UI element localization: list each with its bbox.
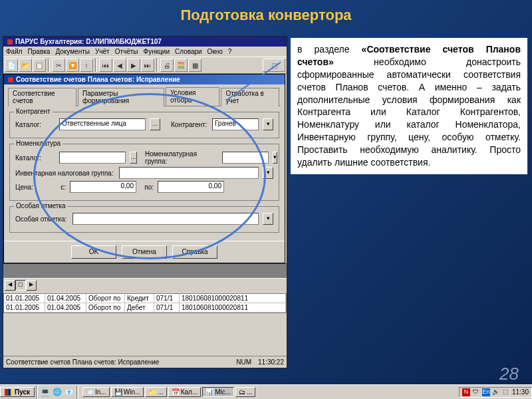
btn-inv-dd[interactable]: ▾ — [263, 167, 273, 179]
lbl-inv: Инвентарная налоговая группа: — [15, 170, 115, 177]
tb-prev-icon[interactable]: ◀ — [113, 59, 126, 72]
slide-title: Подготовка конвертора — [0, 0, 532, 28]
tb-sep-task — [36, 386, 38, 399]
tb-copy-icon[interactable]: 📋 — [33, 59, 46, 72]
tb-last-icon[interactable]: ⏭ — [141, 59, 154, 72]
tb-sep3 — [156, 59, 158, 72]
task-item[interactable]: 📁... — [145, 387, 166, 397]
tb-sep-task2 — [76, 386, 78, 399]
tab-correspondence[interactable]: Соответствие счетов — [8, 88, 76, 106]
task-item[interactable]: 🗂... — [235, 387, 255, 397]
field-katalog[interactable]: Ответственные лица — [59, 118, 146, 130]
windows-flag-icon — [5, 389, 13, 396]
scroll-right-icon[interactable]: ▶ — [26, 280, 37, 291]
tb-sep — [48, 59, 50, 72]
tb-next-icon[interactable]: ▶ — [127, 59, 140, 72]
dialog-icon — [8, 77, 13, 82]
lbl-to: по: — [140, 184, 154, 191]
lbl-kontragent: Контрагент: — [171, 121, 208, 128]
tray-icon[interactable]: 🛡 — [472, 388, 480, 396]
tb-filter-icon[interactable]: 🔽 — [66, 59, 79, 72]
tb-calc-icon[interactable]: 🧮 — [174, 59, 188, 72]
field-kontragent[interactable]: Грачев — [212, 118, 259, 130]
field-price-to[interactable]: 0,00 — [158, 181, 224, 193]
app-icon — [7, 39, 13, 45]
field-nkatalog[interactable] — [59, 152, 126, 164]
task-item[interactable]: 📊Mic... — [202, 387, 234, 397]
hscroll[interactable]: ◀ ▢ ▶ — [3, 278, 287, 292]
tray-lang-icon[interactable]: En — [482, 388, 490, 396]
menu-dictionaries[interactable]: Словари — [175, 48, 202, 55]
tb-cut-icon[interactable]: ✂ — [52, 59, 65, 72]
menu-functions[interactable]: Функции — [144, 48, 170, 55]
table-row: 01.01.2005 01.04.2005 Оборот по Кредит 0… — [4, 294, 286, 303]
group-mark: Особая отметка: ▾ — [9, 206, 279, 233]
tray-icon[interactable]: 🔊 — [492, 388, 500, 396]
lbl-mark: Особая отметка: — [15, 215, 68, 223]
table-row: 01.01.2005 01.04.2005 Оборот по Дебет 07… — [4, 303, 286, 313]
dialog-buttons: OK Отмена Справка — [4, 241, 285, 263]
task-item[interactable]: 💾Win... — [111, 387, 144, 397]
tray-icon[interactable]: N — [462, 388, 470, 396]
task-list: 📨In... 💾Win... 📁... 📅Кал... 📊Mic... 🗂... — [82, 387, 459, 397]
cancel-button[interactable]: Отмена — [122, 245, 167, 259]
app-title: ПАРУС Бухгалтерия: D:\ЛИПКИ\БЮДЖЕТ107 — [15, 38, 162, 45]
menu-edit[interactable]: Правка — [28, 48, 51, 55]
app-titlebar: ПАРУС Бухгалтерия: D:\ЛИПКИ\БЮДЖЕТ107 — [3, 37, 287, 47]
tb-sort-icon[interactable]: ↕ — [80, 59, 93, 72]
help-button[interactable]: Справка — [172, 245, 217, 259]
dialog-title: Соответствие счетов Плана счетов: Исправ… — [16, 76, 180, 83]
btn-kontragent-dd[interactable]: ▾ — [263, 118, 273, 130]
menu-account[interactable]: Учёт — [95, 48, 110, 55]
tb-first-icon[interactable]: ⏮ — [99, 59, 112, 72]
tab-params[interactable]: Параметры формирования — [78, 88, 164, 106]
menu-reports[interactable]: Отчёты — [115, 48, 138, 55]
quicklaunch-icon[interactable]: 💻 — [39, 388, 51, 396]
tray-clock[interactable]: 11:30 — [512, 388, 529, 396]
data-table[interactable]: 01.01.2005 01.04.2005 Оборот по Кредит 0… — [3, 293, 287, 313]
menu-documents[interactable]: Документы — [55, 48, 90, 55]
task-item[interactable]: 📨In... — [82, 387, 110, 397]
quicklaunch-icon[interactable]: 🌐 — [51, 388, 63, 396]
menu-window[interactable]: Окно — [207, 48, 223, 55]
tab-filter[interactable]: Условия отбора — [166, 87, 220, 106]
lbl-from: с: — [39, 184, 66, 191]
status-time: 11:30:22 — [258, 358, 284, 366]
menu-file[interactable]: Файл — [6, 48, 23, 55]
tb-open-icon[interactable]: 📂 — [19, 59, 32, 72]
explanation-box: в разделе «Соответствие счетов Планов сч… — [290, 37, 528, 175]
page-number: 28 — [499, 364, 519, 384]
tray-icon[interactable]: ⬚ — [502, 388, 510, 396]
taskbar[interactable]: Пуск 💻 🌐 📧 📨In... 💾Win... 📁... 📅Кал... 📊… — [0, 384, 532, 399]
menu-help[interactable]: ? — [228, 48, 232, 55]
tb-sep2 — [95, 59, 97, 72]
btn-ngroup-dd[interactable]: ▾ — [273, 152, 277, 164]
menubar[interactable]: Файл Правка Документы Учёт Отчёты Функци… — [3, 47, 287, 57]
tb-grid-icon[interactable]: ▦ — [188, 59, 201, 72]
start-button[interactable]: Пуск — [0, 387, 35, 397]
gray-strip — [3, 263, 287, 278]
group-kontragent: Каталог: Ответственные лица … Контрагент… — [9, 112, 279, 138]
field-price-from[interactable]: 0,00 — [70, 181, 136, 193]
task-item[interactable]: 📅Кал... — [168, 387, 201, 397]
system-tray[interactable]: N 🛡 En 🔊 ⬚ 11:30 — [459, 387, 532, 398]
tb-print-icon[interactable]: 🖨 — [160, 59, 174, 72]
btn-mark-dd[interactable]: ▾ — [263, 213, 273, 225]
lbl-price: Цена: — [15, 184, 35, 191]
toolbar: 📄 📂 📋 ✂ 🔽 ↕ ⏮ ◀ ▶ ⏭ 🖨 🧮 ▦ ⬚ — [3, 57, 287, 74]
quicklaunch-icon[interactable]: 📧 — [63, 388, 75, 396]
ok-button[interactable]: OK — [71, 245, 116, 259]
field-ngroup[interactable] — [222, 152, 269, 164]
dialog-titlebar: Соответствие счетов Плана счетов: Исправ… — [4, 74, 285, 84]
btn-katalog-lookup[interactable]: … — [150, 118, 160, 130]
field-mark[interactable] — [72, 213, 259, 225]
btn-nkatalog-lookup[interactable]: … — [130, 152, 137, 164]
field-inv[interactable] — [119, 167, 259, 179]
tb-new-icon[interactable]: 📄 — [5, 59, 18, 72]
lbl-ngroup: Номенклатурная группа: — [145, 150, 218, 165]
status-text: Соответствие счетов Плана счетов: Исправ… — [6, 358, 159, 366]
group-nomen: Каталог: … Номенклатурная группа: ▾ Инве… — [9, 144, 279, 201]
scroll-thumb[interactable]: ▢ — [15, 280, 26, 291]
scroll-left-icon[interactable]: ◀ — [5, 280, 15, 291]
dialog: Соответствие счетов Плана счетов: Исправ… — [3, 74, 285, 263]
